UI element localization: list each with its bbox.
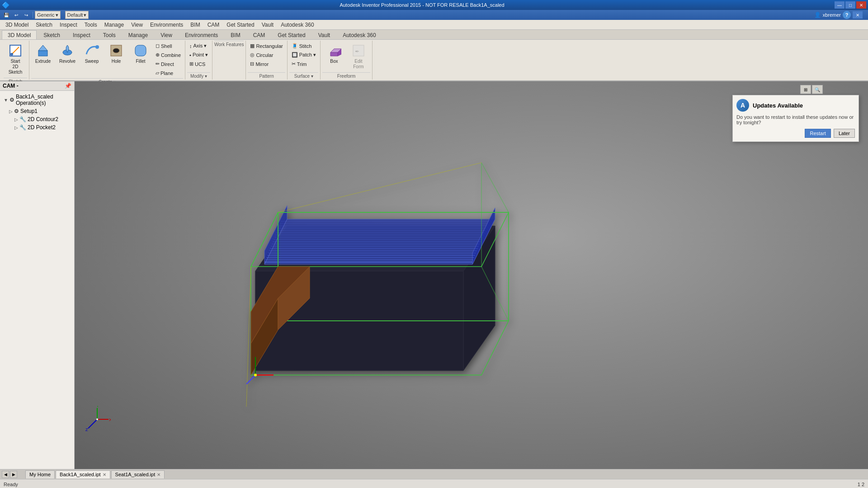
rectangular-button[interactable]: ▦ Rectangular — [248, 42, 285, 50]
ribbon-group-surface: 🧵 Stitch 🔲 Patch ▾ ✂ Trim Surface ▾ — [288, 41, 321, 80]
menu-autodesk360[interactable]: Autodesk 360 — [277, 20, 317, 29]
tab-sketch[interactable]: Sketch — [38, 30, 66, 39]
qa-style-dropdown[interactable]: Generic ▾ — [35, 11, 61, 19]
tree-root[interactable]: ▼ ⚙ Back1A_scaled Operation(s) — [2, 93, 72, 107]
menu-vault[interactable]: Vault — [258, 20, 277, 29]
restart-button[interactable]: Restart — [805, 129, 830, 138]
tab-get-started[interactable]: Get Started — [272, 30, 311, 39]
ucs-button[interactable]: ⊞ UCS — [187, 60, 210, 68]
svg-point-65 — [96, 418, 98, 420]
axis-button[interactable]: ↕ Axis ▾ — [187, 42, 210, 50]
sketch-group-content: Start2D Sketch — [4, 41, 27, 78]
maximize-button[interactable]: □ — [845, 1, 855, 9]
tab-tools[interactable]: Tools — [97, 30, 122, 39]
tab-inspect[interactable]: Inspect — [67, 30, 96, 39]
tab-back1a[interactable]: Back1A_scaled.ipt ✕ — [56, 470, 110, 479]
surface-group-content: 🧵 Stitch 🔲 Patch ▾ ✂ Trim — [289, 41, 318, 72]
view-control-btn1[interactable]: ⊞ — [800, 85, 811, 94]
qa-undo-button[interactable]: ↩ — [12, 11, 21, 19]
tab-environments[interactable]: Environments — [179, 30, 224, 39]
menu-environments[interactable]: Environments — [146, 20, 187, 29]
menu-bim[interactable]: BIM — [187, 20, 203, 29]
close-button[interactable]: ✕ — [856, 1, 866, 9]
plane-button[interactable]: ▱ Plane — [153, 69, 183, 77]
pin-icon[interactable]: 📌 — [65, 83, 71, 89]
title-bar: 🔷 Autodesk Inventor Professional 2015 - … — [0, 0, 868, 10]
main-area: CAM - 📌 ▼ ⚙ Back1A_scaled Operation(s) ▷… — [0, 81, 868, 469]
modify-group-content: ↕ Axis ▾ • Point ▾ ⊞ UCS — [187, 41, 210, 72]
stitch-button[interactable]: 🧵 Stitch — [289, 42, 318, 50]
menu-manage[interactable]: Manage — [101, 20, 127, 29]
stitch-label: Stitch — [299, 43, 312, 49]
tree-2d-contour2[interactable]: ▷ 🔧 2D Contour2 — [13, 115, 72, 123]
tab-3dmodel[interactable]: 3D Model — [2, 30, 37, 39]
sweep-button[interactable]: Sweep — [80, 42, 104, 66]
minimize-button[interactable]: — — [835, 1, 844, 9]
tree-setup1[interactable]: ▷ ⚙ Setup1 — [7, 107, 72, 115]
tab-my-home[interactable]: My Home — [25, 470, 55, 479]
menu-tools[interactable]: Tools — [81, 20, 101, 29]
hole-label: Hole — [112, 59, 121, 64]
revolve-button[interactable]: Revolve — [56, 42, 79, 66]
combine-button[interactable]: ⊕ Combine — [153, 51, 183, 59]
updates-buttons: Restart Later — [736, 129, 855, 138]
ribbon-group-freeform: Box ✒ EditForm Freeform — [321, 41, 373, 80]
tab-cam[interactable]: CAM — [247, 30, 271, 39]
extrude-icon — [36, 43, 50, 58]
help-icon[interactable]: ? — [843, 11, 851, 19]
tab-prev-button[interactable]: ◀ — [2, 471, 9, 478]
tab-view[interactable]: View — [155, 30, 178, 39]
menu-get-started[interactable]: Get Started — [223, 20, 258, 29]
menu-inspect[interactable]: Inspect — [56, 20, 81, 29]
hole-button[interactable]: Hole — [104, 42, 128, 66]
status-text: Ready — [4, 482, 18, 487]
ucs-icon: ⊞ — [189, 61, 193, 67]
qa-default-dropdown[interactable]: Default ▾ — [65, 11, 89, 19]
tab-seat1a[interactable]: Seat1A_scaled.ipt ✕ — [111, 470, 165, 479]
later-button[interactable]: Later — [834, 129, 855, 138]
tab-autodesk360[interactable]: Autodesk 360 — [337, 30, 382, 39]
menu-cam[interactable]: CAM — [204, 20, 223, 29]
ribbon-group-modify: ↕ Axis ▾ • Point ▾ ⊞ UCS Modify ▾ — [185, 41, 212, 80]
point-button[interactable]: • Point ▾ — [187, 51, 210, 59]
menu-3dmodel[interactable]: 3D Model — [2, 20, 32, 29]
tab-vault[interactable]: Vault — [312, 30, 336, 39]
chevron-down-icon2: ▾ — [84, 12, 86, 18]
close-top-button[interactable]: ✕ — [853, 11, 863, 19]
tab-manage[interactable]: Manage — [123, 30, 154, 39]
svg-marker-4 — [38, 45, 47, 51]
menu-view[interactable]: View — [127, 20, 146, 29]
menu-sketch[interactable]: Sketch — [32, 20, 56, 29]
mirror-button[interactable]: ⊟ Mirror — [248, 60, 285, 68]
tab-back1a-close[interactable]: ✕ — [103, 472, 106, 477]
tab-bim[interactable]: BIM — [225, 30, 246, 39]
tab-seat1a-close[interactable]: ✕ — [157, 472, 160, 477]
status-bar: Ready 1 2 — [0, 479, 868, 488]
patch-button[interactable]: 🔲 Patch ▾ — [289, 51, 318, 59]
edit-form-label: EditForm — [353, 59, 363, 70]
tree-2d-pocket2[interactable]: ▷ 🔧 2D Pocket2 — [13, 123, 72, 131]
pocket2-label: 2D Pocket2 — [28, 124, 56, 131]
user-icon: 👤 — [814, 12, 821, 18]
edit-form-button[interactable]: ✒ EditForm — [347, 42, 370, 71]
svg-text:X: X — [109, 418, 111, 422]
setup1-icon: ⚙ — [14, 108, 19, 114]
trim-button[interactable]: ✂ Trim — [289, 60, 318, 68]
ribbon-group-pattern: ▦ Rectangular ◎ Circular ⊟ Mirror Patter… — [246, 41, 287, 80]
status-right: 1 2 — [858, 482, 864, 487]
qa-save-button[interactable]: 💾 — [2, 11, 11, 19]
box-button[interactable]: Box — [322, 42, 346, 66]
qa-redo-button[interactable]: ↪ — [22, 11, 31, 19]
tab-next-button[interactable]: ▶ — [10, 471, 17, 478]
extrude-button[interactable]: Extrude — [31, 42, 55, 66]
circular-button[interactable]: ◎ Circular — [248, 51, 285, 59]
view-control-btn2[interactable]: 🔍 — [812, 85, 823, 94]
page-numbers: 1 2 — [858, 482, 864, 487]
shell-button[interactable]: ◻ Shell — [153, 42, 183, 50]
direct-button[interactable]: ✏ Direct — [153, 60, 183, 68]
viewport[interactable]: ⊞ 🔍 FRONT TOP R — [75, 81, 868, 469]
start-2d-sketch-button[interactable]: Start2D Sketch — [4, 42, 27, 77]
fillet-button[interactable]: Fillet — [129, 42, 152, 66]
ribbon-group-workfeatures: Work Features — [212, 41, 246, 80]
tree-view: ▼ ⚙ Back1A_scaled Operation(s) ▷ ⚙ Setup… — [0, 91, 74, 469]
